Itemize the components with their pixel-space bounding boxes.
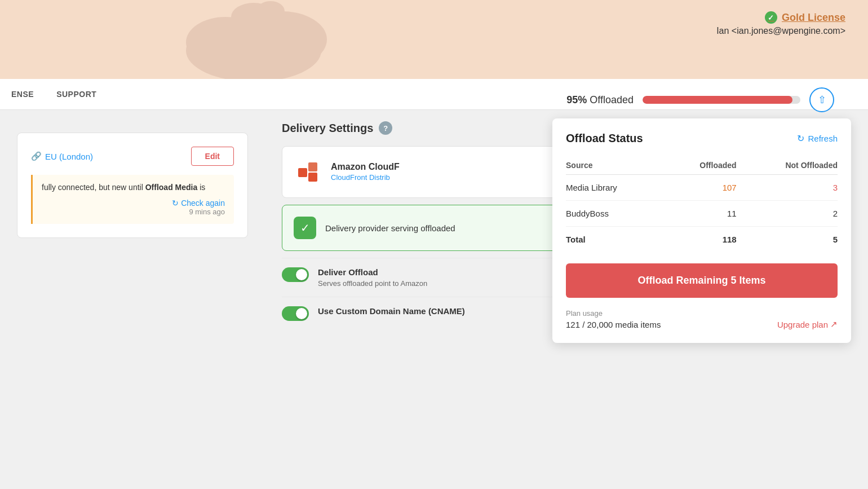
upgrade-plan-link[interactable]: Upgrade plan ↗ <box>777 319 838 329</box>
cloud-illustration <box>141 0 366 79</box>
toggle1-desc: Serves offloaded point to Amazon <box>318 279 427 288</box>
warning-text-after: is <box>200 183 205 192</box>
upgrade-plan-label: Upgrade plan <box>777 320 828 329</box>
plan-usage-value: 121 / 20,000 media items <box>566 320 661 329</box>
row1-not-offloaded: 3 <box>737 175 838 201</box>
external-link-icon-upgrade: ↗ <box>830 319 838 329</box>
total-source: Total <box>566 227 665 253</box>
left-panel: 🔗 EU (London) Edit fully connected, but … <box>0 110 265 489</box>
warning-text-middle: until Offload Media is <box>129 183 205 192</box>
progress-area: 95% Offloaded ⇧ <box>566 87 834 112</box>
location-label: EU (London) <box>45 152 93 161</box>
gold-license-label: Gold License <box>782 12 845 24</box>
plan-usage-label: Plan usage <box>566 309 661 318</box>
time-ago: 9 mins ago <box>42 208 225 216</box>
gold-license-link[interactable]: ✓ Gold License <box>716 11 845 24</box>
progress-percent: 95% <box>566 94 587 105</box>
row2-not-offloaded: 2 <box>737 201 838 227</box>
provider-name: Amazon CloudF <box>331 162 400 172</box>
warning-text-before: fully connected, but new <box>42 183 126 192</box>
offload-status-title: Offload Status <box>566 132 643 145</box>
toggle1-info: Deliver Offload Serves offloaded point t… <box>318 267 427 288</box>
delivery-settings-title: Delivery Settings <box>282 122 373 135</box>
aws-logo <box>294 158 322 186</box>
progress-label: 95% Offloaded <box>566 94 634 106</box>
toggle1-label: Deliver Offload <box>318 267 427 277</box>
cloudfront-link[interactable]: CloudFront Distrib <box>331 173 390 182</box>
plan-usage-row: Plan usage 121 / 20,000 media items Upgr… <box>566 309 838 329</box>
total-not-offloaded: 5 <box>737 227 838 253</box>
provider-info: Amazon CloudF CloudFront Distrib <box>331 162 400 182</box>
refresh-icon: ↻ <box>797 133 804 144</box>
col-not-offloaded: Not Offloaded <box>737 156 838 175</box>
nav-item-license[interactable]: ENSE <box>11 90 34 99</box>
progress-track <box>643 96 800 104</box>
progress-text: Offloaded <box>590 94 634 105</box>
refresh-small-icon: ↻ <box>172 199 179 208</box>
header-banner: ✓ Gold License Ian <ian.jones@wpengine.c… <box>0 0 868 79</box>
deliver-offload-toggle[interactable] <box>282 267 309 282</box>
row1-offloaded: 107 <box>665 175 737 201</box>
user-email: Ian <ian.jones@wpengine.com> <box>716 26 845 36</box>
serving-text: Delivery provider serving offloaded <box>325 223 455 233</box>
svg-point-4 <box>256 1 285 21</box>
nav-bar: ENSE SUPPORT 95% Offloaded ⇧ <box>0 79 868 110</box>
cname-toggle[interactable] <box>282 306 309 321</box>
table-row-total: Total 118 5 <box>566 227 838 253</box>
refresh-link[interactable]: ↻ Refresh <box>797 133 838 144</box>
progress-chevron-button[interactable]: ⇧ <box>809 87 834 112</box>
svg-rect-7 <box>308 162 317 171</box>
edit-button[interactable]: Edit <box>191 147 234 166</box>
location-link[interactable]: 🔗 EU (London) <box>31 151 93 161</box>
row1-source: Media Library <box>566 175 665 201</box>
offload-remaining-button[interactable]: Offload Remaining 5 Items <box>566 263 838 298</box>
help-icon[interactable]: ? <box>379 121 392 135</box>
status-table: Source Offloaded Not Offloaded Media Lib… <box>566 156 838 252</box>
connection-card: 🔗 EU (London) Edit fully connected, but … <box>17 133 248 238</box>
serving-check-icon: ✓ <box>294 217 316 239</box>
header-user-info: ✓ Gold License Ian <ian.jones@wpengine.c… <box>716 11 845 36</box>
external-link-icon: 🔗 <box>31 151 42 161</box>
toggle2-info: Use Custom Domain Name (CNAME) <box>318 306 465 316</box>
progress-fill <box>643 96 792 104</box>
connection-header: 🔗 EU (London) Edit <box>31 147 234 166</box>
check-again-label: Check again <box>181 199 225 208</box>
plan-usage-info: Plan usage 121 / 20,000 media items <box>566 309 661 329</box>
warning-box: fully connected, but new until Offload M… <box>31 175 234 224</box>
table-row: BuddyBoss 11 2 <box>566 201 838 227</box>
check-again-row: ↻ Check again <box>42 196 225 208</box>
offload-media-bold: Offload Media <box>145 183 198 192</box>
table-row: Media Library 107 3 <box>566 175 838 201</box>
nav-item-support[interactable]: SUPPORT <box>56 90 96 99</box>
col-source: Source <box>566 156 665 175</box>
row2-offloaded: 11 <box>665 201 737 227</box>
aws-svg <box>294 158 322 186</box>
col-offloaded: Offloaded <box>665 156 737 175</box>
svg-rect-6 <box>308 173 317 182</box>
row2-source: BuddyBoss <box>566 201 665 227</box>
refresh-label: Refresh <box>808 134 838 143</box>
offload-panel-header: Offload Status ↻ Refresh <box>566 132 838 145</box>
total-offloaded: 118 <box>665 227 737 253</box>
svg-rect-5 <box>298 168 307 177</box>
offload-status-panel: Offload Status ↻ Refresh Source Offloade… <box>552 118 851 343</box>
gold-check-icon: ✓ <box>765 11 777 24</box>
toggle2-label: Use Custom Domain Name (CNAME) <box>318 306 465 316</box>
check-again-link[interactable]: ↻ Check again <box>172 199 225 208</box>
